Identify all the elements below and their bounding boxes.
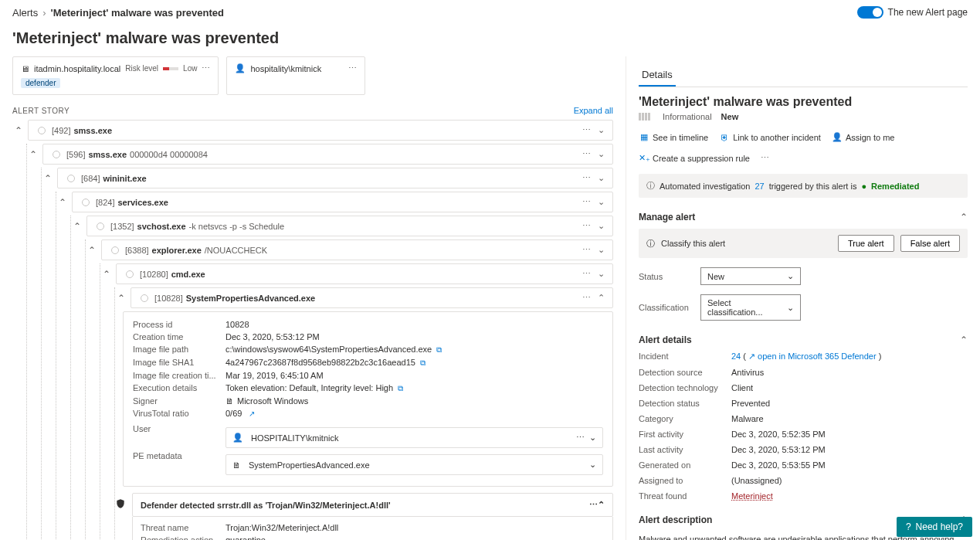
assign-to-me[interactable]: 👤Assign to me xyxy=(832,132,895,142)
false-alert-button[interactable]: False alert xyxy=(900,235,960,252)
device-entity-card[interactable]: 🖥 itadmin.hospitality.local Risk level L… xyxy=(12,56,219,95)
tree-node[interactable]: [684] wininit.exe ⋯⌄ xyxy=(57,168,613,188)
label: Execution details xyxy=(133,383,226,393)
value: 10828 xyxy=(226,320,603,329)
chevron-down-icon[interactable]: ⌄ xyxy=(595,149,606,159)
value: Malware xyxy=(731,414,764,423)
open-defender-link[interactable]: ↗ open in Microsoft 365 Defender xyxy=(748,352,877,361)
more-icon[interactable]: ⋯ xyxy=(348,63,357,73)
manage-alert-section[interactable]: Manage alert⌃ xyxy=(639,212,968,222)
chevron-down-icon: ⌄ xyxy=(787,303,794,313)
info-icon: ⓘ xyxy=(646,180,655,192)
more-icon[interactable]: ⋯ xyxy=(578,197,595,207)
chevron-down-icon[interactable]: ⌄ xyxy=(595,197,606,207)
process-icon xyxy=(82,199,90,206)
new-alert-page-toggle[interactable]: The new Alert page xyxy=(857,6,968,19)
more-icon[interactable]: ⋯ xyxy=(578,293,595,303)
investigation-info[interactable]: ⓘ Automated investigation 27 triggered b… xyxy=(639,174,968,198)
caret-icon[interactable]: ⌃ xyxy=(86,245,98,256)
detection-heading[interactable]: Defender detected srrstr.dll as 'Trojan/… xyxy=(132,493,613,517)
create-suppression[interactable]: ✕₊Create a suppression rule xyxy=(639,153,750,163)
copy-icon[interactable]: ⧉ xyxy=(398,384,403,392)
label: Category xyxy=(639,414,731,423)
value: quarantine xyxy=(226,535,605,540)
tree-node[interactable]: [824] services.exe ⋯⌄ xyxy=(72,192,613,212)
risk-bar-icon xyxy=(163,67,178,70)
tree-node-selected[interactable]: [10828] SystemPropertiesAdvanced.exe ⋯⌃ xyxy=(131,287,613,308)
status-select[interactable]: New⌄ xyxy=(700,267,801,285)
label: Incident xyxy=(639,352,731,362)
true-alert-button[interactable]: True alert xyxy=(838,235,894,252)
caret-icon[interactable]: ⌃ xyxy=(100,269,113,280)
tree-node[interactable]: [6388] explorer.exe /NOUACCHECK ⋯⌄ xyxy=(101,239,613,260)
pid: [10828] xyxy=(154,294,183,303)
label: Assigned to xyxy=(639,476,731,485)
more-icon[interactable]: ⋯ xyxy=(576,433,585,443)
chevron-down-icon[interactable]: ⌄ xyxy=(595,245,606,255)
caret-icon[interactable]: ⌃ xyxy=(42,173,54,184)
caret-icon[interactable]: ⌃ xyxy=(115,293,127,304)
copy-icon[interactable]: ⧉ xyxy=(420,358,426,367)
value: Token elevation: Default, Integrity leve… xyxy=(226,383,393,392)
user-name: hospitality\kmitnick xyxy=(250,64,321,73)
chevron-down-icon[interactable]: ⌄ xyxy=(589,460,596,470)
user-row[interactable]: HOSPITALITY\kmitnick⋯⌄ xyxy=(226,427,603,448)
breadcrumb-root[interactable]: Alerts xyxy=(12,7,38,19)
label: Status xyxy=(639,272,700,281)
incident-id[interactable]: 24 xyxy=(731,352,741,361)
pid: [10280] xyxy=(140,270,168,279)
threat-link[interactable]: Meterinject xyxy=(731,491,773,501)
caret-icon[interactable]: ⌃ xyxy=(12,125,25,136)
need-help-button[interactable]: ? Need help? xyxy=(897,517,972,537)
pe-row[interactable]: SystemPropertiesAdvanced.exe⌄ xyxy=(226,454,603,475)
chevron-down-icon[interactable]: ⌄ xyxy=(595,221,606,231)
chevron-up-icon[interactable]: ⌃ xyxy=(598,500,605,510)
alert-details-section[interactable]: Alert details⌃ xyxy=(639,335,968,345)
value: Antivirus xyxy=(731,368,764,377)
tree-node[interactable]: [492] smss.exe ⋯⌄ xyxy=(28,120,613,141)
link-incident[interactable]: ⛨Link to another incident xyxy=(719,133,821,142)
value: Client xyxy=(731,383,753,392)
more-icon[interactable]: ⋯ xyxy=(202,63,210,73)
caret-icon[interactable]: ⌃ xyxy=(56,197,69,208)
chevron-down-icon[interactable]: ⌄ xyxy=(595,269,606,279)
tree-node[interactable]: [10280] cmd.exe ⋯⌄ xyxy=(116,263,613,284)
chevron-down-icon[interactable]: ⌄ xyxy=(595,125,606,135)
tree-node[interactable]: [596] smss.exe 000000d4 00000084 ⋯⌄ xyxy=(42,144,613,165)
caret-icon[interactable]: ⌃ xyxy=(71,221,83,232)
classify-text: Classify this alert xyxy=(661,239,725,248)
investigation-link[interactable]: 27 xyxy=(754,182,764,191)
label: Image file SHA1 xyxy=(133,358,226,368)
chevron-right-icon: › xyxy=(42,7,46,19)
process-name: smss.exe xyxy=(88,150,127,159)
classification-select[interactable]: Select classification...⌄ xyxy=(700,294,801,321)
assign-icon: 👤 xyxy=(832,132,843,142)
more-icon[interactable]: ⋯ xyxy=(578,245,595,255)
more-icon[interactable]: ⋯ xyxy=(578,221,595,231)
caret-icon[interactable]: ⌃ xyxy=(27,149,39,160)
more-icon[interactable]: ⋯ xyxy=(589,500,598,510)
label: First activity xyxy=(639,430,731,439)
see-in-timeline[interactable]: ▦See in timeline xyxy=(639,132,708,142)
chevron-down-icon[interactable]: ⌄ xyxy=(595,173,606,183)
check-icon: ● xyxy=(861,182,866,191)
copy-icon[interactable]: ⧉ xyxy=(436,345,442,354)
chevron-down-icon[interactable]: ⌄ xyxy=(589,433,596,443)
user-entity-card[interactable]: 👤 hospitality\kmitnick ⋯ xyxy=(226,56,365,95)
value: Dec 3, 2020, 5:53:12 PM xyxy=(226,332,603,341)
more-icon[interactable]: ⋯ xyxy=(578,269,595,279)
tree-node[interactable]: [1352] svchost.exe -k netsvcs -p -s Sche… xyxy=(86,216,613,236)
classify-bar: ⓘ Classify this alert True alert False a… xyxy=(639,229,968,258)
more-icon[interactable]: ⋯ xyxy=(578,125,595,135)
value: Microsoft Windows xyxy=(237,396,308,406)
more-icon[interactable]: ⋯ xyxy=(761,153,769,163)
tab-details[interactable]: Details xyxy=(639,64,676,87)
label: Creation time xyxy=(133,332,226,341)
process-name: smss.exe xyxy=(73,126,112,135)
more-icon[interactable]: ⋯ xyxy=(578,149,595,159)
expand-all-link[interactable]: Expand all xyxy=(574,106,613,115)
more-icon[interactable]: ⋯ xyxy=(578,173,595,183)
chevron-up-icon[interactable]: ⌃ xyxy=(595,293,606,303)
file-icon xyxy=(232,460,244,470)
open-icon[interactable]: ↗ xyxy=(249,409,255,418)
